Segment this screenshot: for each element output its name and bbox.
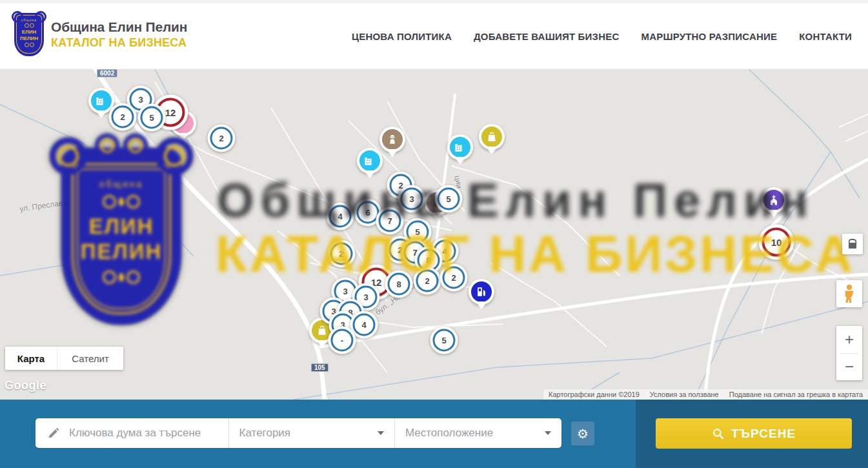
cluster-marker[interactable]: -: [328, 327, 356, 354]
factory-icon: [95, 94, 108, 107]
cluster-count: 8: [388, 273, 410, 296]
map-view-button[interactable]: Карта: [5, 347, 57, 370]
site-title: Община Елин Пелин: [51, 19, 187, 35]
gear-icon: ⚙: [577, 427, 589, 440]
nav-item-3[interactable]: МАРШРУТНО РАЗПИСАНИЕ: [641, 31, 777, 42]
main-nav: ЦЕНОВА ПОЛИТИКАДОБАВЕТЕ ВАШИЯТ БИЗНЕСМАР…: [352, 3, 852, 69]
cluster-count: 4: [353, 314, 376, 336]
factory-icon: [363, 154, 376, 167]
cluster-marker[interactable]: 2: [414, 267, 441, 295]
cluster-count: -: [331, 329, 354, 352]
cluster-count: 5: [141, 107, 163, 129]
cluster-marker[interactable]: 7: [376, 207, 404, 235]
search-bar: Категория Местоположение ⚙ ТЪРСЕНЕ: [0, 400, 868, 468]
shopping-bag-icon: [485, 130, 498, 143]
lock-button[interactable]: [842, 234, 863, 254]
cluster-count: 4: [329, 205, 352, 228]
nav-item-4[interactable]: КОНТАКТИ: [799, 31, 852, 42]
cluster-marker[interactable]: 10: [759, 225, 794, 260]
map-data-credit: Картографски данни ©2019: [549, 391, 640, 398]
cluster-count: 2: [443, 267, 465, 289]
keyword-input[interactable]: [68, 426, 219, 440]
search-button-label: ТЪРСЕНЕ: [731, 427, 796, 441]
site-subtitle: КАТАЛОГ НА БИЗНЕСА: [51, 36, 187, 50]
map-attribution: Картографски данни ©2019 Условия за полз…: [543, 389, 868, 400]
cluster-marker[interactable]: 5: [138, 104, 166, 132]
cluster-count: 2: [416, 270, 439, 292]
cluster-count: 5: [438, 188, 460, 210]
advanced-settings-button[interactable]: ⚙: [571, 422, 594, 445]
header: община ЕЛИН ПЕЛИН Община Елин Пелин КАТА…: [0, 3, 868, 69]
cluster-marker[interactable]: 2: [328, 240, 356, 268]
cluster-marker[interactable]: 4: [327, 203, 354, 230]
pegman-icon: [842, 284, 856, 303]
pencil-icon: [47, 427, 60, 440]
category-pin-factory[interactable]: [357, 148, 383, 174]
nav-item-1[interactable]: ЦЕНОВА ПОЛИТИКА: [352, 31, 452, 42]
satellite-view-button[interactable]: Сателит: [57, 347, 123, 370]
cluster-marker[interactable]: 5: [430, 327, 458, 354]
cluster-count: 2: [210, 127, 233, 150]
chevron-down-icon: [545, 431, 551, 435]
cluster-count: 10: [762, 228, 791, 257]
worker-icon: [386, 133, 399, 146]
factory-icon: [454, 141, 467, 154]
cluster-count: 7: [379, 210, 401, 232]
map-canvas[interactable]: ул. Преславбул. „Новоселции6002105 32125…: [0, 69, 868, 400]
pegman-button[interactable]: [836, 280, 862, 307]
chevron-down-icon: [378, 431, 384, 435]
cluster-count: 5: [433, 329, 456, 352]
nav-item-2[interactable]: ДОБАВЕТЕ ВАШИЯТ БИЗНЕС: [474, 31, 619, 42]
zoom-in-button[interactable]: +: [836, 326, 862, 353]
search-icon: [712, 427, 725, 440]
search-button[interactable]: ТЪРСЕНЕ: [656, 418, 852, 449]
church-icon: [767, 194, 780, 207]
category-pin-fuel[interactable]: [469, 279, 494, 305]
terms-link[interactable]: Условия за ползване: [650, 391, 719, 398]
fuel-icon: [475, 285, 488, 298]
category-pin-factory[interactable]: [447, 134, 473, 160]
cluster-count: 2: [112, 106, 134, 128]
search-pill: Категория Местоположение: [35, 418, 561, 448]
site-logo[interactable]: община ЕЛИН ПЕЛИН Община Елин Пелин КАТА…: [14, 13, 187, 56]
cluster-marker[interactable]: 3: [398, 185, 426, 213]
cluster-count: 2: [330, 243, 353, 265]
location-select[interactable]: Местоположение: [394, 418, 561, 448]
cluster-count: 3: [401, 188, 423, 210]
google-logo[interactable]: Google: [5, 379, 46, 392]
zoom-out-button[interactable]: −: [836, 354, 862, 381]
category-pin-worker[interactable]: [379, 127, 405, 152]
marker-layer: 32125223564752274822128333834-510: [0, 69, 868, 400]
cluster-marker[interactable]: 2: [109, 103, 137, 131]
zoom-control: + −: [836, 326, 862, 380]
municipality-crest-logo: община ЕЛИН ПЕЛИН: [14, 13, 44, 56]
map-type-control: Карта Сателит: [5, 347, 123, 370]
category-select[interactable]: Категория: [228, 418, 394, 448]
category-pin-shopping-bag[interactable]: [479, 124, 505, 150]
category-select-value: Категория: [239, 427, 290, 440]
cluster-marker[interactable]: 2: [208, 125, 236, 152]
category-pin-church[interactable]: [761, 187, 787, 213]
shopping-bag-icon: [316, 324, 328, 337]
location-select-value: Местоположение: [405, 427, 493, 440]
report-error-link[interactable]: Подаване на сигнал за грешка в картата: [729, 391, 863, 398]
cluster-marker[interactable]: 2: [440, 264, 468, 292]
cluster-marker[interactable]: 8: [385, 270, 413, 298]
cluster-marker[interactable]: 5: [435, 185, 463, 213]
